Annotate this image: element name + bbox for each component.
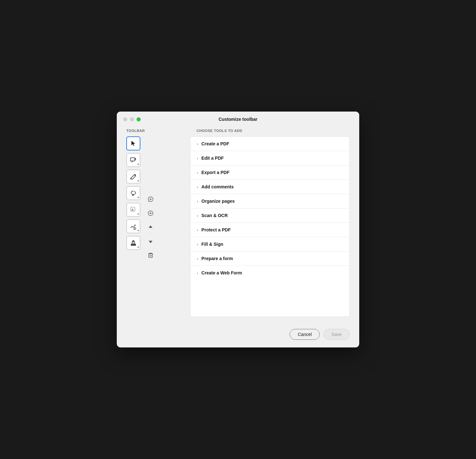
toolbar-icons-list: ▾ ▾	[126, 136, 140, 317]
corner-arrow: ▾	[138, 213, 139, 215]
window-title: Customize toolbar	[219, 117, 257, 122]
tool-row-export-pdf[interactable]: › Export a PDF	[190, 165, 349, 180]
cancel-button[interactable]: Cancel	[290, 329, 320, 340]
tool-label: Protect a PDF	[201, 227, 231, 232]
chevron-icon: ›	[197, 142, 198, 146]
tool-row-add-comments[interactable]: › Add comments	[190, 180, 349, 194]
toolbar-icon-edit[interactable]: ▾	[126, 170, 140, 184]
chevron-icon: ›	[197, 156, 198, 161]
sign-icon	[130, 223, 137, 230]
tool-label: Prepare a form	[201, 256, 233, 261]
content-area: TOOLBAR CHOOSE TOOLS TO ADD	[117, 126, 359, 323]
tool-row-fill-sign[interactable]: › Fill & Sign	[190, 237, 349, 251]
zoom-add-button[interactable]	[145, 208, 156, 218]
delete-button[interactable]	[145, 250, 156, 260]
toolbar-controls	[145, 136, 156, 317]
chevron-icon: ›	[197, 242, 198, 247]
tool-row-prepare-form[interactable]: › Prepare a form	[190, 251, 349, 266]
add-comment-icon	[130, 157, 137, 164]
move-down-icon	[147, 238, 154, 244]
delete-icon	[147, 252, 154, 259]
toolbar-header: TOOLBAR	[126, 129, 197, 133]
tool-row-edit-pdf[interactable]: › Edit a PDF	[190, 151, 349, 165]
svg-line-8	[134, 229, 134, 230]
title-bar: Customize toolbar	[117, 112, 359, 126]
tool-label: Create a PDF	[201, 141, 229, 146]
move-up-icon	[147, 224, 154, 230]
corner-arrow: ▾	[138, 163, 139, 166]
tool-label: Export a PDF	[201, 170, 229, 175]
corner-arrow: ▾	[138, 180, 139, 182]
tool-label: Fill & Sign	[201, 242, 223, 247]
zoom-add-icon	[147, 210, 154, 216]
text-select-icon: A	[130, 206, 137, 213]
corner-arrow: ▾	[138, 196, 139, 199]
move-down-button[interactable]	[145, 236, 156, 246]
traffic-lights	[123, 117, 141, 121]
svg-rect-0	[130, 158, 135, 161]
toolbar-icon-lasso[interactable]: ▾	[126, 186, 140, 200]
svg-point-11	[133, 240, 134, 242]
choose-tools-header: CHOOSE TOOLS TO ADD	[197, 129, 350, 133]
chevron-icon: ›	[197, 271, 198, 275]
customize-toolbar-window: Customize toolbar TOOLBAR CHOOSE TOOLS T…	[117, 112, 359, 347]
toolbar-icon-stamp[interactable]: ▾	[126, 236, 140, 250]
lasso-icon	[130, 190, 137, 197]
save-button[interactable]: Save	[324, 329, 350, 340]
stamp-icon	[130, 239, 137, 246]
corner-arrow: ▾	[138, 229, 139, 232]
chevron-icon: ›	[197, 213, 198, 218]
tool-label: Create a Web Form	[201, 270, 242, 275]
column-headers: TOOLBAR CHOOSE TOOLS TO ADD	[126, 129, 350, 133]
chevron-icon: ›	[197, 228, 198, 232]
add-to-toolbar-button[interactable]	[145, 194, 156, 204]
move-up-button[interactable]	[145, 222, 156, 232]
tool-row-organize-pages[interactable]: › Organize pages	[190, 194, 349, 208]
tool-row-scan-ocr[interactable]: › Scan & OCR	[190, 208, 349, 223]
tool-row-protect-pdf[interactable]: › Protect a PDF	[190, 223, 349, 237]
svg-rect-10	[131, 245, 136, 246]
tool-label: Scan & OCR	[201, 213, 227, 218]
chevron-icon: ›	[197, 256, 198, 261]
svg-text:A: A	[131, 208, 134, 211]
chevron-icon: ›	[197, 199, 198, 204]
svg-rect-9	[131, 244, 136, 245]
maximize-button[interactable]	[137, 117, 141, 121]
cursor-icon	[130, 140, 137, 147]
svg-line-4	[130, 178, 131, 179]
tool-label: Add comments	[201, 184, 234, 189]
footer: Cancel Save	[117, 323, 359, 347]
chevron-icon: ›	[197, 185, 198, 189]
chevron-icon: ›	[197, 170, 198, 175]
add-to-toolbar-icon	[147, 196, 154, 202]
tool-label: Edit a PDF	[201, 156, 224, 161]
tool-label: Organize pages	[201, 199, 234, 204]
toolbar-icon-sign[interactable]: ▾	[126, 219, 140, 233]
tool-row-create-web-form[interactable]: › Create a Web Form	[190, 266, 349, 280]
svg-rect-20	[149, 254, 152, 258]
toolbar-icon-text-select[interactable]: A ▾	[126, 203, 140, 217]
main-area: ▾ ▾	[126, 136, 350, 317]
corner-arrow: ▾	[138, 246, 139, 249]
tool-row-create-pdf[interactable]: › Create a PDF	[190, 137, 349, 151]
edit-icon	[130, 173, 137, 180]
close-button[interactable]	[123, 117, 127, 121]
minimize-button[interactable]	[130, 117, 134, 121]
tools-panel: › Create a PDF › Edit a PDF › Export a P…	[190, 136, 350, 317]
toolbar-panel: ▾ ▾	[126, 136, 190, 317]
toolbar-icon-cursor[interactable]	[126, 136, 140, 150]
toolbar-icon-add-comment[interactable]: ▾	[126, 153, 140, 167]
